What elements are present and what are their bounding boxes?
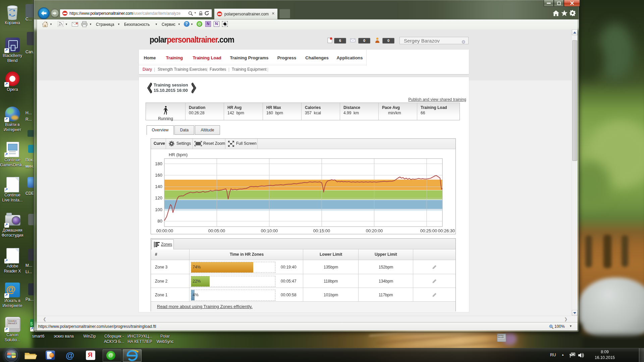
svg-text:160: 160	[155, 173, 162, 178]
svg-text:100: 100	[155, 207, 162, 212]
svg-text:140: 140	[155, 184, 162, 189]
svg-text:180: 180	[155, 161, 162, 166]
svg-text:120: 120	[155, 195, 162, 200]
svg-text:HR (bpm): HR (bpm)	[169, 152, 187, 157]
svg-text:00:26:30: 00:26:30	[438, 228, 455, 233]
svg-text:00:20:00: 00:20:00	[366, 228, 383, 233]
svg-text:00:25:00: 00:25:00	[420, 228, 437, 233]
svg-text:00:10:00: 00:10:00	[261, 228, 278, 233]
svg-text:00:15:00: 00:15:00	[313, 228, 330, 233]
svg-text:00:05:00: 00:05:00	[208, 228, 225, 233]
svg-text:00:00:00: 00:00:00	[156, 228, 173, 233]
svg-text:80: 80	[158, 219, 162, 224]
